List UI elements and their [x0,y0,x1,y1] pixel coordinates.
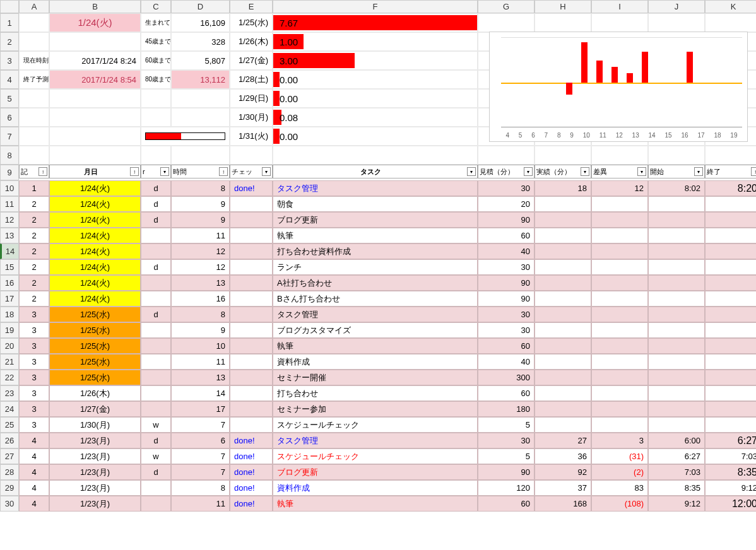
cell-e8[interactable] [230,146,273,165]
task-time[interactable]: 7 [171,417,230,433]
task-start[interactable] [648,370,705,385]
task-est[interactable]: 120 [478,480,535,496]
cell-a7[interactable] [19,127,49,146]
task-start[interactable] [648,228,705,243]
task-act[interactable] [535,338,591,354]
task-done[interactable]: done! [230,480,273,496]
task-c[interactable]: d [141,212,171,228]
task-c[interactable]: d [141,464,171,480]
row-header-2[interactable]: 2 [0,32,19,51]
task-diff[interactable]: (108) [591,496,648,512]
task-start[interactable]: 7:03 [648,464,705,480]
row-header-29[interactable]: 29 [0,480,19,496]
task-act[interactable]: 18 [535,180,591,196]
task-num[interactable]: 2 [19,212,49,228]
task-c[interactable] [141,370,171,385]
task-est[interactable]: 30 [478,180,535,196]
col-header-F[interactable]: F [273,0,478,13]
task-date[interactable]: 1/24(火) [49,212,141,228]
task-start[interactable] [648,307,705,322]
row-header-13[interactable]: 13 [0,228,19,243]
filter-header-g[interactable]: 見積（分）▾ [478,165,535,178]
task-act[interactable] [535,196,591,212]
task-end[interactable] [705,228,756,243]
task-date[interactable]: 1/23(月) [49,448,141,464]
row-header-5[interactable]: 5 [0,89,19,108]
row-header-19[interactable]: 19 [0,322,19,338]
col-header-I[interactable]: I [591,0,648,13]
cell-e3[interactable]: 1/27(金) [230,51,273,70]
task-done[interactable] [230,338,273,354]
task-est[interactable]: 90 [478,464,535,480]
task-c[interactable] [141,291,171,307]
cell-b6[interactable] [49,108,141,127]
col-header-K[interactable]: K [705,0,756,13]
task-act[interactable] [535,212,591,228]
task-est[interactable]: 60 [478,385,535,401]
task-end[interactable] [705,417,756,433]
task-name[interactable]: 朝食 [273,196,478,212]
task-diff[interactable] [591,243,648,259]
task-time[interactable]: 7 [171,448,230,464]
col-header-H[interactable]: H [535,0,591,13]
cell-g8[interactable] [478,146,535,165]
task-est[interactable]: 30 [478,307,535,322]
task-time[interactable]: 17 [171,401,230,417]
task-est[interactable]: 60 [478,496,535,512]
task-diff[interactable] [591,354,648,370]
task-end[interactable] [705,322,756,338]
task-done[interactable]: done! [230,464,273,480]
task-diff[interactable] [591,196,648,212]
task-num[interactable]: 3 [19,322,49,338]
cell-e4[interactable]: 1/28(土) [230,70,273,89]
task-est[interactable]: 30 [478,322,535,338]
task-date[interactable]: 1/30(月) [49,417,141,433]
filter-dropdown-icon[interactable]: ↕ [130,167,139,176]
task-num[interactable]: 2 [19,275,49,291]
task-act[interactable]: 37 [535,480,591,496]
task-c[interactable] [141,354,171,370]
col-header-G[interactable]: G [478,0,535,13]
task-time[interactable]: 11 [171,496,230,512]
task-name[interactable]: 打ち合わせ資料作成 [273,243,478,259]
task-start[interactable] [648,338,705,354]
task-name[interactable]: タスク管理 [273,307,478,322]
task-done[interactable] [230,307,273,322]
task-time[interactable]: 11 [171,354,230,370]
task-done[interactable]: done! [230,180,273,196]
task-act[interactable] [535,354,591,370]
task-done[interactable] [230,417,273,433]
row-header-27[interactable]: 27 [0,448,19,464]
row-header-4[interactable]: 4 [0,70,19,89]
task-name[interactable]: ブログ更新 [273,464,478,480]
cell-d8[interactable] [171,146,230,165]
task-diff[interactable]: 3 [591,433,648,448]
task-done[interactable]: done! [230,496,273,512]
task-num[interactable]: 4 [19,448,49,464]
task-time[interactable]: 10 [171,338,230,354]
cell-b5[interactable] [49,89,141,108]
task-act[interactable]: 168 [535,496,591,512]
task-date[interactable]: 1/23(月) [49,464,141,480]
task-date[interactable]: 1/27(金) [49,401,141,417]
task-name[interactable]: タスク管理 [273,180,478,196]
cell-a4[interactable]: 終了予測 [19,70,49,89]
row-header-14[interactable]: 14 [0,243,19,259]
task-date[interactable]: 1/23(月) [49,480,141,496]
task-diff[interactable] [591,307,648,322]
task-c[interactable] [141,338,171,354]
task-done[interactable] [230,212,273,228]
cell-b8[interactable] [49,146,141,165]
task-name[interactable]: 打ち合わせ [273,385,478,401]
task-start[interactable] [648,401,705,417]
task-start[interactable] [648,196,705,212]
task-num[interactable]: 4 [19,496,49,512]
task-diff[interactable]: (2) [591,464,648,480]
task-time[interactable]: 16 [171,291,230,307]
task-date[interactable]: 1/24(火) [49,291,141,307]
task-num[interactable]: 3 [19,385,49,401]
task-date[interactable]: 1/25(水) [49,307,141,322]
task-done[interactable] [230,275,273,291]
task-act[interactable]: 36 [535,448,591,464]
task-diff[interactable] [591,417,648,433]
